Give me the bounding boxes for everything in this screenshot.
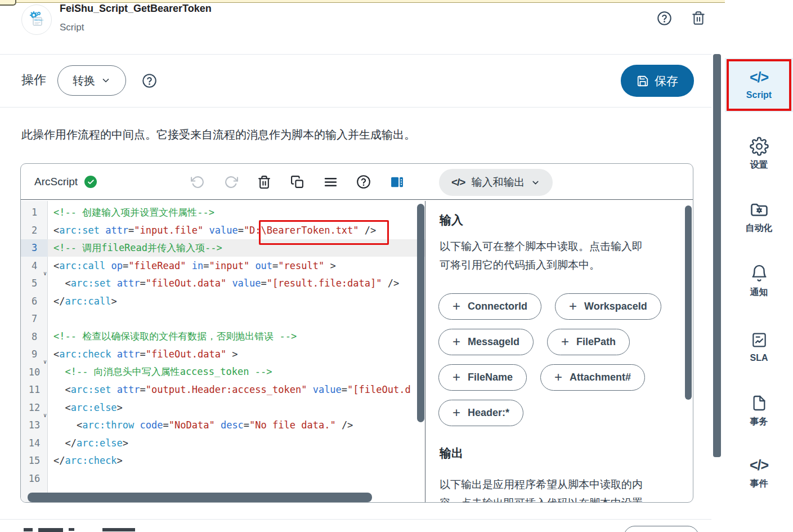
output-description: 以下输出是应用程序希望从脚本中读取的内 容，点击输出即可插入代码以在脚本中设置 [440, 475, 678, 503]
input-chip-header[interactable]: +Header:* [438, 400, 523, 426]
redo-icon [224, 175, 238, 189]
code-horizontal-scrollbar[interactable] [28, 493, 372, 502]
code-line[interactable]: 9∨<arc:check attr="fileOut.data" > [21, 346, 425, 364]
connector-logo: <Script> [21, 5, 52, 35]
code-line[interactable]: 11 <arc:set attr="output.Header:access_t… [21, 381, 425, 399]
trash-icon [691, 11, 706, 25]
operation-label: 操作 [21, 71, 46, 88]
input-chip-workspaceid[interactable]: +WorkspaceId [555, 293, 661, 320]
undo-icon [191, 175, 205, 189]
input-chip-messageid[interactable]: +MessageId [438, 329, 534, 355]
clipped-bottom-button[interactable] [624, 526, 699, 532]
io-vertical-scrollbar[interactable] [685, 205, 692, 400]
plus-icon: + [554, 370, 562, 384]
modal-scrollbar[interactable] [713, 54, 721, 457]
code-icon: </> [451, 176, 465, 189]
code-vertical-scrollbar[interactable] [417, 204, 424, 422]
toggle-side-panel-button[interactable] [389, 174, 405, 190]
line-number: 10 [21, 363, 48, 381]
line-number: 6 [21, 292, 48, 310]
code-line[interactable]: 15</arc:check> [21, 452, 425, 470]
plus-icon: + [569, 299, 577, 313]
code-line[interactable]: 1<!-- 创建输入项并设置文件属性--> [21, 204, 425, 222]
script-connector-icon: <Script> [27, 10, 46, 29]
rail-item-事件[interactable]: </>事件 [725, 454, 793, 494]
rail-item-label: 事件 [725, 478, 793, 490]
help-icon [356, 175, 371, 189]
input-chip-filename[interactable]: +FileName [438, 364, 527, 391]
bottom-divider [0, 519, 711, 520]
line-number: 14 [21, 434, 48, 452]
line-number: 1 [21, 204, 48, 222]
rail-item-label: 事务 [725, 416, 793, 428]
save-icon [637, 75, 649, 87]
operation-help-button[interactable] [141, 73, 157, 88]
code-line[interactable]: 8<!-- 检查以确保读取的文件有数据，否则抛出错误 --> [21, 328, 425, 346]
code-line[interactable]: 3<!-- 调用fileRead并传入输入项--> [21, 239, 425, 257]
line-number: 8 [21, 328, 48, 346]
line-number: 3 [21, 239, 48, 257]
delete-button[interactable] [691, 10, 706, 26]
script-editor-card: ArcScript [20, 163, 693, 503]
chip-label: FilePath [576, 336, 616, 348]
rail-item-通知[interactable]: 通知 [725, 262, 793, 303]
chip-label: FileName [468, 372, 513, 383]
code-editor[interactable]: 1<!-- 创建输入项并设置文件属性-->2<arc:set attr="inp… [21, 201, 425, 503]
code-lines: 1<!-- 创建输入项并设置文件属性-->2<arc:set attr="inp… [21, 204, 425, 488]
io-panel-dropdown[interactable]: </> 输入和输出 [439, 169, 553, 196]
line-number: 9∨ [21, 346, 48, 364]
code-line[interactable]: 12∨ <arc:else> [21, 399, 425, 417]
page-subtitle: Script [60, 22, 84, 33]
line-number: 2 [21, 221, 48, 239]
help-icon [657, 11, 672, 26]
clear-script-button[interactable] [256, 174, 272, 190]
gear-icon [725, 135, 793, 158]
help-icon [142, 73, 157, 88]
code-line[interactable]: 5 <arc:set attr="fileOut.data" value="[r… [21, 275, 425, 293]
format-button[interactable] [322, 174, 338, 190]
editor-help-button[interactable] [356, 174, 371, 190]
input-chip-attachment[interactable]: +Attachment# [540, 364, 645, 391]
input-chip-filepath[interactable]: +FilePath [547, 329, 630, 355]
folder-gear-icon [725, 198, 793, 221]
code-line[interactable]: 6</arc:call> [21, 292, 425, 310]
code-line[interactable]: 2<arc:set attr="input.file" value="D:\Be… [21, 221, 425, 239]
action-row-divider [0, 107, 711, 108]
rail-item-自动化[interactable]: 自动化 [725, 198, 793, 239]
rail-item-设置[interactable]: 设置 [725, 135, 793, 176]
page-title: FeiShu_Script_GetBearerToken [60, 3, 212, 15]
rail-item-sla[interactable]: SLA [725, 329, 793, 369]
rail-item-label: 设置 [725, 159, 793, 171]
input-chips: +ConnectorId+WorkspaceId+MessageId+FileP… [438, 293, 661, 435]
rail-item-label: Script [725, 90, 793, 100]
chip-label: MessageId [468, 336, 519, 348]
code-line[interactable]: 7 [21, 310, 425, 328]
doc-chart-icon [725, 329, 793, 351]
chevron-down-icon [101, 75, 111, 86]
panel-layout-icon [390, 175, 404, 189]
action-type-dropdown[interactable]: 转换 [57, 65, 126, 96]
input-chip-connectorid[interactable]: +ConnectorId [438, 293, 541, 320]
code-line[interactable]: 14 </arc:else> [21, 434, 425, 452]
line-number: 16 [21, 470, 48, 488]
code-line[interactable]: 13 <arc:throw code="NoData" desc="No fil… [21, 417, 425, 435]
code-line[interactable]: 4∨<arc:call op="fileRead" in="input" out… [21, 257, 425, 275]
redo-button[interactable] [223, 174, 239, 190]
line-number: 15 [21, 452, 48, 470]
input-description: 以下输入可在整个脚本中读取。点击输入即 可将引用它的代码插入到脚本中。 [440, 237, 678, 274]
code-line[interactable]: 16 [21, 470, 425, 488]
code-line[interactable]: 10 <!-- 向消息头中写入属性access_token --> [21, 363, 425, 381]
rail-item-事务[interactable]: 事务 [725, 392, 793, 432]
editor-language-label: ArcScript [34, 176, 78, 188]
undo-button[interactable] [190, 174, 205, 190]
io-panel: 输入 以下输入可在整个脚本中读取。点击输入即 可将引用它的代码插入到脚本中。 +… [425, 201, 693, 503]
header-divider [0, 54, 711, 55]
doc-icon [725, 392, 793, 414]
rail-item-label: SLA [725, 353, 793, 363]
help-button[interactable] [656, 10, 672, 26]
rail-item-script[interactable]: </>Script [725, 58, 793, 112]
save-button[interactable]: 保存 [621, 65, 694, 97]
chevron-down-icon [531, 178, 540, 187]
copy-button[interactable] [289, 174, 305, 190]
line-number: 11 [21, 381, 48, 399]
